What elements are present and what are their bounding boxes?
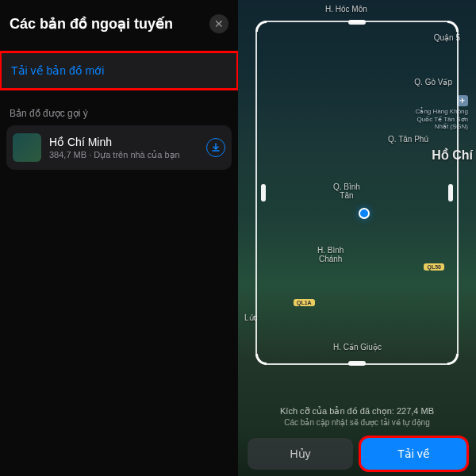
selection-info: Kích cỡ của bản đồ đã chọn: 227,4 MB Các… — [238, 406, 476, 427]
suggested-text-block: Hồ Chí Minh 384,7 MB · Dựa trên nhà của … — [49, 136, 198, 160]
panel-title: Các bản đồ ngoại tuyến — [10, 15, 173, 33]
resize-handle-bottom[interactable] — [348, 361, 366, 366]
cancel-button[interactable]: Hủy — [248, 438, 353, 470]
resize-corner-tl[interactable] — [255, 21, 267, 32]
download-new-map-label: Tải về bản đồ mới — [11, 64, 104, 77]
suggested-map-name: Hồ Chí Minh — [49, 136, 198, 148]
map-thumbnail-icon — [13, 133, 41, 162]
cancel-button-label: Hủy — [290, 447, 310, 460]
resize-handle-right[interactable] — [448, 184, 453, 202]
download-arrow-icon — [211, 143, 221, 152]
auto-update-text: Các bản cập nhật sẽ được tải về tự động — [246, 418, 468, 427]
airplane-icon: ✈ — [457, 95, 468, 106]
resize-corner-br[interactable] — [447, 354, 459, 365]
download-map-button[interactable] — [206, 138, 225, 157]
resize-handle-left[interactable] — [261, 184, 266, 202]
resize-corner-bl[interactable] — [255, 354, 267, 365]
resize-handle-top[interactable] — [348, 20, 366, 25]
map-selection-frame[interactable] — [255, 21, 459, 365]
close-button[interactable]: ✕ — [209, 14, 228, 33]
download-button-label: Tải về — [397, 447, 430, 460]
panel-header: Các bản đồ ngoại tuyến ✕ — [0, 0, 238, 43]
selection-size-text: Kích cỡ của bản đồ đã chọn: 227,4 MB — [246, 406, 468, 416]
action-button-row: Hủy Tải về — [248, 438, 466, 470]
close-icon: ✕ — [214, 17, 224, 30]
map-selection-panel: H. Hóc Môn Quận 5 Q. Gò Vấp Q. Tân Phú H… — [238, 0, 476, 476]
resize-corner-tr[interactable] — [447, 21, 459, 32]
suggested-section-label: Bản đồ được gợi ý — [0, 90, 238, 125]
download-new-map-row[interactable]: Tải về bản đồ mới — [0, 51, 239, 90]
offline-maps-panel: Các bản đồ ngoại tuyến ✕ Tải về bản đồ m… — [0, 0, 238, 476]
map-district-label: H. Hóc Môn — [325, 5, 367, 13]
download-button[interactable]: Tải về — [361, 438, 466, 470]
suggested-map-item[interactable]: Hồ Chí Minh 384,7 MB · Dựa trên nhà của … — [6, 125, 232, 170]
suggested-map-sub: 384,7 MB · Dựa trên nhà của bạn — [49, 150, 198, 160]
